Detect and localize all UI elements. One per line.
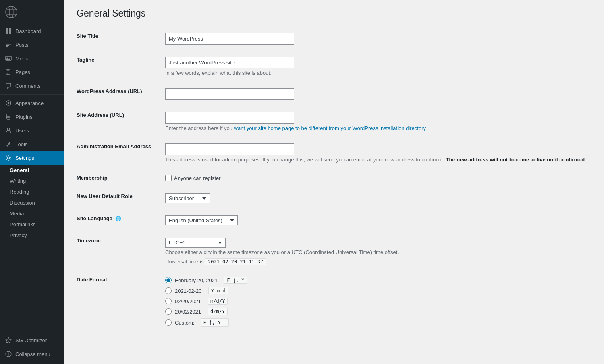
date-format-custom-input[interactable] [201, 318, 229, 327]
membership-label: Membership [77, 169, 165, 187]
date-format-code-3: m/d/Y [208, 298, 228, 305]
wp-address-row: WordPress Address (URL) [77, 82, 592, 106]
date-format-label-3: 02/20/2021 [175, 298, 201, 304]
posts-icon [5, 41, 12, 48]
date-format-label-2: 2021-02-20 [175, 288, 202, 294]
date-format-label-1: February 20, 2021 [175, 277, 218, 283]
tagline-label: Tagline [77, 51, 165, 82]
tools-icon [5, 141, 12, 148]
settings-submenu: General Writing Reading Discussion Media… [0, 165, 64, 241]
sidebar-item-plugins[interactable]: Plugins [0, 110, 64, 124]
date-format-radio-3[interactable] [165, 298, 172, 304]
tagline-cell: In a few words, explain what this site i… [165, 51, 592, 82]
date-format-code-4: d/m/Y [208, 308, 228, 315]
sidebar-item-tools[interactable]: Tools [0, 137, 64, 151]
date-format-cell: February 20, 2021 F j, Y 2021-02-20 Y-m-… [165, 271, 592, 333]
sidebar-item-dashboard[interactable]: Dashboard [0, 24, 64, 38]
sidebar-item-label: Media [15, 56, 29, 62]
site-title-input[interactable] [165, 33, 294, 45]
sidebar-item-appearance[interactable]: Appearance [0, 96, 64, 110]
site-title-row: Site Title [77, 27, 592, 51]
submenu-discussion[interactable]: Discussion [0, 197, 64, 208]
date-format-radio-2[interactable] [165, 287, 172, 294]
site-address-link[interactable]: want your site home page to be different… [234, 125, 426, 131]
svg-marker-22 [6, 337, 11, 343]
media-icon [5, 55, 12, 62]
site-language-row: Site Language 🌐 English (United States) [77, 209, 592, 232]
sidebar-item-settings[interactable]: Settings [0, 151, 64, 165]
utc-time-value: 2021-02-20 21:11:37 [205, 258, 266, 265]
wp-address-input[interactable] [165, 88, 294, 100]
date-format-option-4: 20/02/2021 d/m/Y [165, 308, 592, 315]
sidebar-item-label: Dashboard [15, 28, 41, 34]
sidebar-item-label: Comments [15, 83, 41, 89]
svg-rect-5 [6, 28, 8, 31]
date-format-radio-4[interactable] [165, 308, 172, 315]
sidebar-item-pages[interactable]: Pages [0, 65, 64, 79]
sidebar-item-label: Settings [15, 155, 34, 161]
submenu-privacy[interactable]: Privacy [0, 230, 64, 241]
submenu-permalinks[interactable]: Permalinks [0, 219, 64, 230]
svg-point-20 [7, 128, 10, 130]
admin-email-cell: This address is used for admin purposes.… [165, 137, 592, 169]
admin-email-description: This address is used for admin purposes.… [165, 157, 592, 163]
submenu-reading[interactable]: Reading [0, 186, 64, 197]
site-language-select[interactable]: English (United States) [165, 215, 238, 225]
date-format-radio-custom[interactable] [165, 319, 172, 326]
submenu-general[interactable]: General [0, 165, 64, 176]
submenu-media[interactable]: Media [0, 208, 64, 219]
site-address-input[interactable] [165, 112, 294, 124]
sidebar-logo [0, 0, 64, 24]
svg-point-23 [6, 351, 11, 357]
membership-checkbox-wrap: Anyone can register [165, 175, 592, 181]
settings-form: Site Title Tagline In a few words, expla… [77, 27, 592, 333]
language-translate-icon: 🌐 [115, 216, 121, 221]
timezone-cell: UTC+0 Choose either a city in the same t… [165, 232, 592, 271]
tagline-row: Tagline In a few words, explain what thi… [77, 51, 592, 82]
membership-checkbox[interactable] [165, 175, 172, 181]
date-format-option-1: February 20, 2021 F j, Y [165, 277, 592, 284]
membership-checkbox-label[interactable]: Anyone can register [174, 175, 221, 181]
sg-optimizer-item[interactable]: SG Optimizer [0, 333, 64, 347]
date-format-label-custom: Custom: [175, 320, 194, 326]
site-address-cell: Enter the address here if you want your … [165, 106, 592, 137]
date-format-label-4: 20/02/2021 [175, 309, 201, 315]
submenu-writing[interactable]: Writing [0, 176, 64, 186]
sidebar-divider [0, 94, 64, 95]
sidebar: Dashboard Posts Media Pages Comments App… [0, 0, 64, 364]
timezone-label: Timezone [77, 232, 165, 271]
sidebar-item-label: Plugins [15, 114, 33, 120]
date-format-radio-group: February 20, 2021 F j, Y 2021-02-20 Y-m-… [165, 277, 592, 327]
admin-email-input[interactable] [165, 143, 294, 155]
sidebar-item-users[interactable]: Users [0, 124, 64, 137]
sidebar-item-label: Tools [15, 141, 27, 147]
svg-rect-8 [9, 31, 11, 34]
svg-rect-17 [7, 114, 10, 118]
page-title: General Settings [77, 8, 592, 19]
admin-email-row: Administration Email Address This addres… [77, 137, 592, 169]
new-user-role-row: New User Default Role Subscriber Contrib… [77, 187, 592, 209]
site-language-cell: English (United States) [165, 209, 592, 232]
sidebar-item-label: Users [15, 128, 29, 134]
sidebar-item-media[interactable]: Media [0, 52, 64, 65]
sidebar-item-posts[interactable]: Posts [0, 38, 64, 52]
sg-optimizer-label: SG Optimizer [15, 337, 47, 343]
collapse-menu-label: Collapse menu [15, 351, 50, 357]
sidebar-item-comments[interactable]: Comments [0, 79, 64, 93]
site-language-label: Site Language 🌐 [77, 209, 165, 232]
site-address-description: Enter the address here if you want your … [165, 125, 592, 131]
tagline-description: In a few words, explain what this site i… [165, 70, 592, 76]
collapse-menu-item[interactable]: Collapse menu [0, 347, 64, 361]
tagline-input[interactable] [165, 57, 294, 68]
svg-rect-6 [9, 28, 11, 31]
timezone-select[interactable]: UTC+0 [165, 238, 226, 248]
wordpress-icon [5, 6, 18, 19]
sidebar-item-label: Appearance [15, 100, 44, 106]
membership-row: Membership Anyone can register [77, 169, 592, 187]
timezone-description: Choose either a city in the same timezon… [165, 249, 592, 255]
new-user-role-select[interactable]: Subscriber Contributor Author Editor Adm… [165, 193, 210, 203]
date-format-radio-1[interactable] [165, 277, 172, 283]
collapse-icon [5, 350, 12, 358]
sg-optimizer-icon [5, 337, 12, 344]
date-format-row: Date Format February 20, 2021 F j, Y 2 [77, 271, 592, 333]
